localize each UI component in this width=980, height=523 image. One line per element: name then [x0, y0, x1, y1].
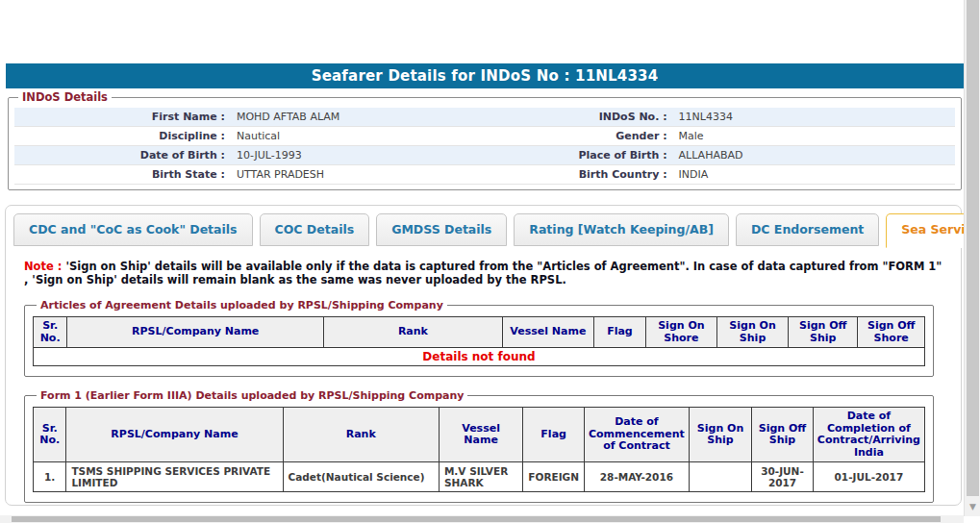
form1-header-vessel-name: Vessel Name: [439, 408, 522, 462]
articles-header-sign-off-shore: Sign Off Shore: [858, 317, 925, 348]
tab-bar: CDC and "CoC as Cook" Details COC Detail…: [6, 206, 961, 246]
form1-header-rank: Rank: [283, 408, 439, 462]
indos-details-legend: INDoS Details: [18, 90, 112, 104]
form1-cell-sign-on-ship: [689, 462, 751, 492]
vertical-scrollbar-thumb[interactable]: [967, 0, 979, 496]
articles-header-flag: Flag: [594, 317, 646, 348]
articles-empty-row: Details not found: [34, 348, 925, 366]
tab-gmdss-details[interactable]: GMDSS Details: [376, 213, 507, 246]
articles-of-agreement-fieldset: Articles of Agreement Details uploaded b…: [24, 299, 934, 377]
form1-data-row: 1. TSMS SHIPPING SERVICES PRIVATE LIMITE…: [34, 462, 925, 492]
vertical-scrollbar[interactable]: ▼: [964, 0, 980, 516]
form1-cell-rpsl-company-name: TSMS SHIPPING SERVICES PRIVATE LIMITED: [66, 462, 283, 492]
first-name-label: First Name :: [14, 108, 231, 127]
date-of-birth-label: Date of Birth :: [14, 146, 231, 165]
form1-cell-date-of-completion: 01-JUL-2017: [813, 462, 924, 492]
tab-rating-watch-keeping-ab[interactable]: Rating [Watch Keeping/AB]: [514, 213, 729, 246]
form1-cell-sign-off-ship: 30-JUN-2017: [752, 462, 814, 492]
indos-no-value: 11NL4334: [673, 108, 955, 127]
form1-cell-vessel-name: M.V SILVER SHARK: [439, 462, 522, 492]
indos-details-fieldset: INDoS Details First Name : MOHD AFTAB AL…: [8, 90, 962, 190]
note-prefix: Note :: [24, 260, 62, 273]
form1-header-flag: Flag: [523, 408, 585, 462]
articles-header-sign-on-ship: Sign On Ship: [716, 317, 788, 348]
articles-of-agreement-table: Sr. No. RPSL/Company Name Rank Vessel Na…: [33, 316, 925, 366]
indos-details-grid: First Name : MOHD AFTAB ALAM INDoS No. :…: [14, 108, 955, 185]
form1-header-sign-on-ship: Sign On Ship: [689, 408, 751, 462]
form1-cell-date-of-commencement: 28-MAY-2016: [584, 462, 689, 492]
page-title: Seafarer Details for INDoS No : 11NL4334: [312, 67, 659, 85]
articles-header-row: Sr. No. RPSL/Company Name Rank Vessel Na…: [34, 317, 925, 348]
form1-table: Sr. No. RPSL/Company Name Rank Vessel Na…: [33, 407, 925, 492]
note-body: 'Sign on Ship' details will be available…: [24, 260, 942, 286]
articles-header-vessel-name: Vessel Name: [502, 317, 593, 348]
form1-header-row: Sr. No. RPSL/Company Name Rank Vessel Na…: [34, 408, 925, 462]
form1-header-sign-off-ship: Sign Off Ship: [752, 408, 814, 462]
form1-header-sr-no: Sr. No.: [34, 408, 66, 462]
place-of-birth-value: ALLAHABAD: [673, 146, 955, 165]
tab-cdc-and-coc-as-cook-details[interactable]: CDC and "CoC as Cook" Details: [13, 213, 253, 246]
form1-legend: Form 1 (Earlier Form IIIA) Details uploa…: [37, 389, 467, 402]
form1-header-date-of-completion: Date of Completion of Contract/Arriving …: [813, 408, 924, 462]
tab-dc-endorsement[interactable]: DC Endorsement: [736, 213, 879, 246]
scroll-down-arrow-icon[interactable]: ▼: [965, 499, 980, 514]
articles-of-agreement-legend: Articles of Agreement Details uploaded b…: [37, 299, 447, 311]
articles-header-sign-on-shore: Sign On Shore: [645, 317, 716, 348]
birth-country-label: Birth Country :: [504, 165, 673, 185]
form1-header-rpsl-company-name: RPSL/Company Name: [66, 408, 283, 462]
gender-value: Male: [673, 127, 955, 146]
discipline-value: Nautical: [231, 127, 504, 146]
tab-panel-container: CDC and "CoC as Cook" Details COC Detail…: [5, 205, 962, 506]
note-text: Note : 'Sign on Ship' details will be av…: [24, 260, 945, 286]
form1-header-date-of-commencement: Date of Commencement of Contract: [584, 408, 689, 462]
horizontal-scrollbar[interactable]: [0, 515, 964, 523]
articles-header-rank: Rank: [324, 317, 502, 348]
articles-header-rpsl-company-name: RPSL/Company Name: [67, 317, 324, 348]
tab-coc-details[interactable]: COC Details: [260, 213, 370, 246]
articles-header-sign-off-ship: Sign Off Ship: [789, 317, 858, 348]
birth-state-label: Birth State :: [14, 165, 231, 185]
indos-row-3: Date of Birth : 10-JUL-1993 Place of Bir…: [14, 146, 955, 165]
horizontal-scrollbar-thumb[interactable]: [12, 516, 941, 522]
page-title-bar: Seafarer Details for INDoS No : 11NL4334: [6, 63, 964, 88]
discipline-label: Discipline :: [14, 127, 231, 146]
indos-no-label: INDoS No. :: [504, 108, 673, 127]
form1-cell-rank: Cadet(Nautical Science): [283, 462, 439, 492]
articles-empty-message: Details not found: [34, 348, 925, 366]
birth-country-value: INDIA: [673, 165, 955, 185]
indos-row-4: Birth State : UTTAR PRADESH Birth Countr…: [14, 165, 955, 185]
indos-row-1: First Name : MOHD AFTAB ALAM INDoS No. :…: [14, 108, 955, 127]
birth-state-value: UTTAR PRADESH: [231, 165, 504, 185]
form1-fieldset: Form 1 (Earlier Form IIIA) Details uploa…: [24, 389, 934, 503]
first-name-value: MOHD AFTAB ALAM: [231, 108, 504, 127]
form1-cell-flag: FOREIGN: [523, 462, 585, 492]
date-of-birth-value: 10-JUL-1993: [231, 146, 504, 165]
form1-cell-sr-no: 1.: [34, 462, 66, 492]
place-of-birth-label: Place of Birth :: [504, 146, 673, 165]
indos-row-2: Discipline : Nautical Gender : Male: [14, 127, 955, 146]
articles-header-sr-no: Sr. No.: [34, 317, 67, 348]
gender-label: Gender :: [504, 127, 673, 146]
